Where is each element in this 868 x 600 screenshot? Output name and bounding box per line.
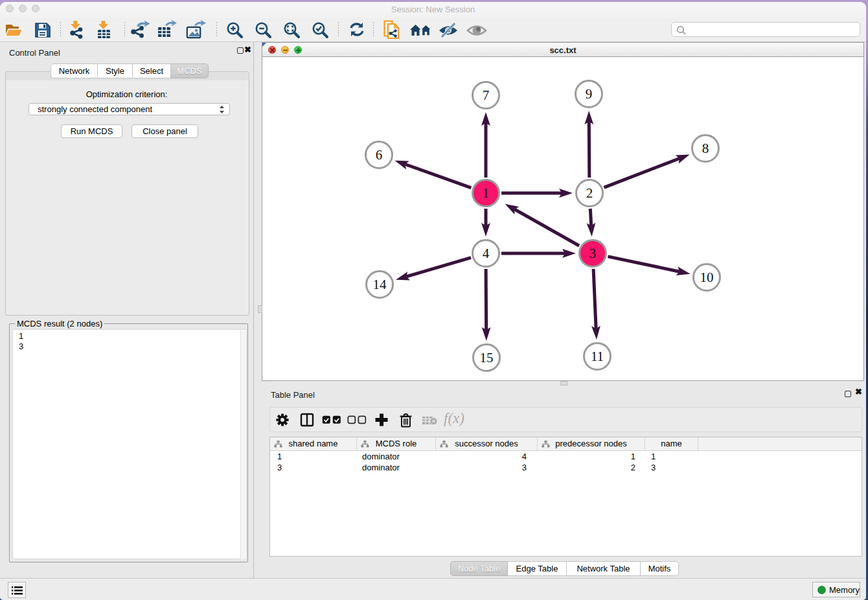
svg-text:2: 2 [586,185,593,201]
svg-text:9: 9 [586,86,593,102]
svg-text:8: 8 [702,141,709,156]
svg-text:4: 4 [483,246,490,261]
svg-text:6: 6 [376,147,383,163]
svg-text:10: 10 [700,270,714,285]
svg-text:1: 1 [483,185,490,201]
svg-text:15: 15 [480,350,494,365]
svg-text:3: 3 [589,246,597,261]
svg-text:7: 7 [483,87,490,103]
svg-text:11: 11 [591,349,604,364]
svg-text:14: 14 [373,277,387,292]
